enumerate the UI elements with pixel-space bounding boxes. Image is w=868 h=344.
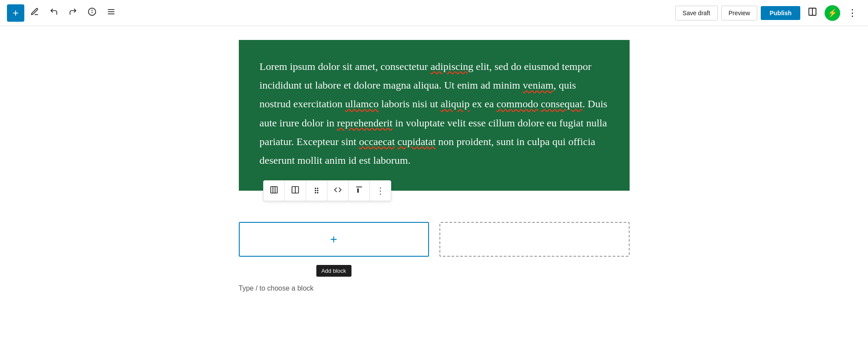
main-content: Lorem ipsum dolor sit amet, consectetur …: [0, 26, 868, 318]
align-top-icon: [355, 185, 363, 196]
drag-icon: [312, 185, 321, 196]
view-mode-button[interactable]: [804, 4, 821, 22]
more-vertical-icon: ⋮: [376, 185, 385, 196]
left-column-add-block[interactable]: + Add block: [239, 222, 429, 257]
two-column-area: + Add block: [239, 222, 630, 257]
svg-point-18: [317, 192, 318, 193]
pencil-icon: [30, 7, 39, 18]
code-icon: [333, 185, 342, 196]
options-button[interactable]: ⋮: [844, 4, 861, 22]
right-column-empty[interactable]: [439, 222, 630, 257]
paragraph-text: Lorem ipsum dolor sit amet, consectetur …: [260, 57, 609, 170]
columns-view-icon: [808, 7, 817, 19]
block-drag-button[interactable]: [306, 180, 327, 201]
more-vertical-icon: ⋮: [848, 7, 857, 19]
toolbar-right: Save draft Preview Publish ⚡ ⋮: [675, 4, 861, 22]
add-block-tooltip: Add block: [316, 265, 351, 277]
block-half-col-button[interactable]: [285, 180, 306, 201]
tools-button[interactable]: [26, 4, 43, 22]
block-code-button[interactable]: [327, 180, 349, 201]
svg-point-15: [315, 190, 316, 191]
toolbar-left: +: [7, 4, 675, 22]
performance-button[interactable]: ⚡: [825, 5, 840, 21]
block-more-button[interactable]: ⋮: [370, 180, 391, 201]
svg-point-17: [315, 192, 316, 193]
columns-icon: [270, 185, 278, 196]
svg-point-14: [317, 188, 318, 189]
block-columns-button[interactable]: [264, 180, 285, 201]
plus-icon: +: [13, 8, 19, 18]
list-view-icon: [107, 7, 116, 18]
main-toolbar: +: [0, 0, 868, 26]
green-paragraph-block[interactable]: Lorem ipsum dolor sit amet, consectetur …: [239, 40, 630, 191]
lightning-icon: ⚡: [828, 8, 837, 18]
svg-rect-20: [357, 188, 358, 192]
block-hint-text: Type / to choose a block: [239, 284, 630, 292]
block-align-button[interactable]: [349, 180, 370, 201]
svg-point-16: [317, 190, 318, 191]
svg-point-13: [315, 188, 316, 189]
preview-button[interactable]: Preview: [721, 6, 758, 20]
publish-button[interactable]: Publish: [761, 6, 800, 20]
undo-icon: [50, 7, 58, 18]
info-button[interactable]: [83, 4, 101, 22]
add-block-button[interactable]: +: [7, 4, 24, 22]
redo-icon: [69, 7, 77, 18]
undo-button[interactable]: [45, 4, 63, 22]
list-view-button[interactable]: [102, 4, 120, 22]
svg-rect-8: [271, 186, 277, 193]
half-col-icon: [291, 185, 300, 196]
block-toolbar: ⋮: [263, 180, 391, 201]
save-draft-button[interactable]: Save draft: [675, 6, 718, 20]
editor-area: Lorem ipsum dolor sit amet, consectetur …: [239, 40, 630, 292]
redo-button[interactable]: [64, 4, 82, 22]
add-block-plus-icon: +: [330, 232, 337, 246]
info-icon: [88, 7, 96, 18]
